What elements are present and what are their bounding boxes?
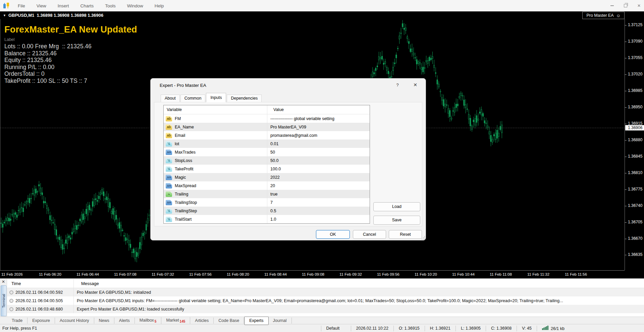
- cancel-button[interactable]: Cancel: [353, 230, 386, 239]
- param-value[interactable]: 0.5: [267, 209, 276, 213]
- dialog-help-button[interactable]: ?: [394, 82, 401, 88]
- log-row[interactable]: 2026.02.11 06:04:00.505Pro Master EA GBP…: [7, 296, 644, 305]
- param-value[interactable]: ---------------- global veriable setting: [267, 116, 334, 121]
- param-row-TrailingStop[interactable]: 123TrailingStop7: [164, 198, 370, 207]
- time-axis-label: 11 Feb 09:32: [339, 272, 362, 276]
- param-value[interactable]: 50: [267, 150, 275, 155]
- time-axis-label: 11 Feb 06:20: [39, 272, 61, 276]
- time-axis-label: 11 Feb 11:56: [565, 272, 587, 276]
- log-row[interactable]: 2026.02.11 06:04:00.592Pro Master EA GBP…: [7, 288, 644, 296]
- dialog-close-button[interactable]: ✕: [412, 82, 419, 88]
- dialog-tab-dependencies[interactable]: Dependencies: [227, 95, 262, 102]
- param-value[interactable]: true: [267, 192, 278, 197]
- menu-view[interactable]: View: [31, 3, 52, 8]
- time-axis[interactable]: 11 Feb 202611 Feb 06:2011 Feb 06:4411 Fe…: [0, 270, 644, 278]
- minimize-button[interactable]: [610, 5, 614, 6]
- terminal-tab-mailbox[interactable]: Mailbox5: [135, 317, 162, 324]
- param-value[interactable]: 50.0: [267, 158, 278, 163]
- param-row-Magic[interactable]: 123Magic2022: [164, 173, 370, 181]
- chart-dropdown-icon[interactable]: ▼: [3, 14, 6, 17]
- terminal-tab-exposure[interactable]: Exposure: [28, 318, 55, 324]
- price-axis-label: 1.37020: [628, 72, 642, 76]
- param-value[interactable]: 1.0: [267, 217, 276, 222]
- menu-charts[interactable]: Charts: [75, 3, 100, 8]
- price-axis[interactable]: 1.371251.370901.370551.370201.369851.369…: [625, 19, 644, 270]
- ea-overlay-stats: Lots :: 0.00 Free Mrg :: 21325.46Balance…: [4, 43, 137, 84]
- ea-smiley-icon[interactable]: ☺: [616, 13, 621, 18]
- param-value[interactable]: Pro MasterEA_V09: [267, 125, 306, 129]
- double-param-icon: ½: [166, 166, 172, 172]
- dialog-tab-common[interactable]: Common: [180, 95, 206, 102]
- ea-stat-line: TakeProfit :: 100 SL :: 50 TS :: 7: [4, 77, 137, 85]
- terminal-grid: Time Message 2026.02.11 06:04:00.592Pro …: [7, 279, 644, 317]
- param-name-cell: ~Trailing: [164, 191, 267, 197]
- profile-cell[interactable]: Default: [321, 326, 351, 331]
- quote-cell: V: 45: [517, 326, 537, 331]
- ok-button[interactable]: OK: [316, 230, 350, 239]
- param-row-TrailingStep[interactable]: ½TrailingStep0.5: [164, 207, 370, 215]
- param-row-MaxTrades[interactable]: 123MaxTrades50: [164, 148, 370, 156]
- param-value[interactable]: 100.0: [267, 167, 281, 171]
- param-row-StopLoss[interactable]: ½StopLoss50.0: [164, 156, 370, 165]
- close-button[interactable]: ✕: [637, 3, 641, 8]
- param-value[interactable]: 20: [267, 183, 275, 188]
- param-value[interactable]: 7: [267, 200, 273, 205]
- log-row[interactable]: 2026.02.11 06:03:48.680Expert Pro Master…: [7, 305, 644, 313]
- param-row-MaxSpread[interactable]: 123MaxSpread20: [164, 181, 370, 190]
- restore-button[interactable]: [624, 4, 627, 7]
- terminal-tab-news[interactable]: News: [94, 318, 114, 324]
- menu-help[interactable]: Help: [149, 3, 170, 8]
- terminal-rows: 2026.02.11 06:04:00.592Pro Master EA GBP…: [7, 288, 644, 313]
- param-value[interactable]: 2022: [267, 175, 280, 180]
- param-row-Trailing[interactable]: ~Trailingtrue: [164, 190, 370, 198]
- menu-insert[interactable]: Insert: [52, 3, 75, 8]
- terminal-tab-trade[interactable]: Trade: [7, 318, 28, 324]
- terminal-tab-experts[interactable]: Experts: [244, 317, 268, 325]
- terminal-close-button[interactable]: ✕: [2, 279, 5, 284]
- param-value[interactable]: 0.01: [267, 142, 278, 146]
- network-cell: 26/1 kb: [537, 326, 570, 331]
- menu-tools[interactable]: Tools: [99, 3, 121, 8]
- terminal-tab-code-base[interactable]: Code Base: [214, 318, 244, 324]
- param-row-FM[interactable]: abFM---------------- global veriable set…: [164, 114, 370, 123]
- param-value[interactable]: promasterea@gmail.com: [267, 133, 317, 138]
- price-axis-label: 1.36740: [628, 203, 642, 208]
- datetime-cell: 2026.02.11 10:22: [351, 326, 393, 331]
- param-row-lot[interactable]: ½lot0.01: [164, 140, 370, 148]
- price-axis-label: 1.36985: [628, 88, 642, 93]
- param-row-Email[interactable]: abEmailpromasterea@gmail.com: [164, 131, 370, 140]
- resize-grip[interactable]: [423, 237, 424, 238]
- param-row-TakeProfit[interactable]: ½TakeProfit100.0: [164, 165, 370, 173]
- dialog-tab-about[interactable]: About: [161, 95, 180, 102]
- terminal-tab-journal[interactable]: Journal: [268, 318, 292, 324]
- time-axis-label: 11 Feb 09:08: [302, 272, 324, 276]
- reset-button[interactable]: Reset: [389, 230, 422, 239]
- table-column-divider: [267, 105, 267, 223]
- terminal-tab-articles[interactable]: Articles: [190, 318, 214, 324]
- window-controls: ✕: [610, 0, 641, 11]
- param-name-cell: 123MaxSpread: [164, 183, 267, 188]
- price-axis-label: 1.36950: [628, 105, 642, 109]
- price-axis-label: 1.37055: [628, 55, 642, 60]
- terminal-tab-alerts[interactable]: Alerts: [114, 318, 135, 324]
- load-button[interactable]: Load: [373, 202, 420, 211]
- menu-window[interactable]: Window: [121, 3, 149, 8]
- dialog-tab-inputs[interactable]: Inputs: [206, 93, 226, 102]
- param-name-cell: ½TakeProfit: [164, 166, 267, 172]
- param-name: StopLoss: [175, 158, 192, 163]
- double-param-icon: ½: [166, 158, 172, 163]
- terminal-tab-account-history[interactable]: Account History: [55, 318, 94, 324]
- quote-cell: H: 1.36921: [425, 326, 455, 331]
- menu-file[interactable]: File: [12, 3, 31, 8]
- param-row-EA_Name[interactable]: abEA_NamePro MasterEA_V09: [164, 123, 370, 131]
- param-name-cell: abEmail: [164, 133, 267, 138]
- terminal-side-tab[interactable]: Terminal: [1, 285, 6, 316]
- column-header-time: Time: [7, 281, 78, 286]
- ea-stat-line: OrdersTotal :: 0: [4, 70, 137, 77]
- param-row-TrailStart[interactable]: ½TrailStart1.0: [164, 215, 370, 223]
- column-header-value: Value: [270, 107, 284, 112]
- boolean-param-icon: ~: [166, 191, 172, 197]
- terminal-tab-market[interactable]: Market145: [161, 317, 190, 324]
- tab-count-badge: 145: [180, 320, 185, 323]
- save-button[interactable]: Save: [373, 216, 420, 225]
